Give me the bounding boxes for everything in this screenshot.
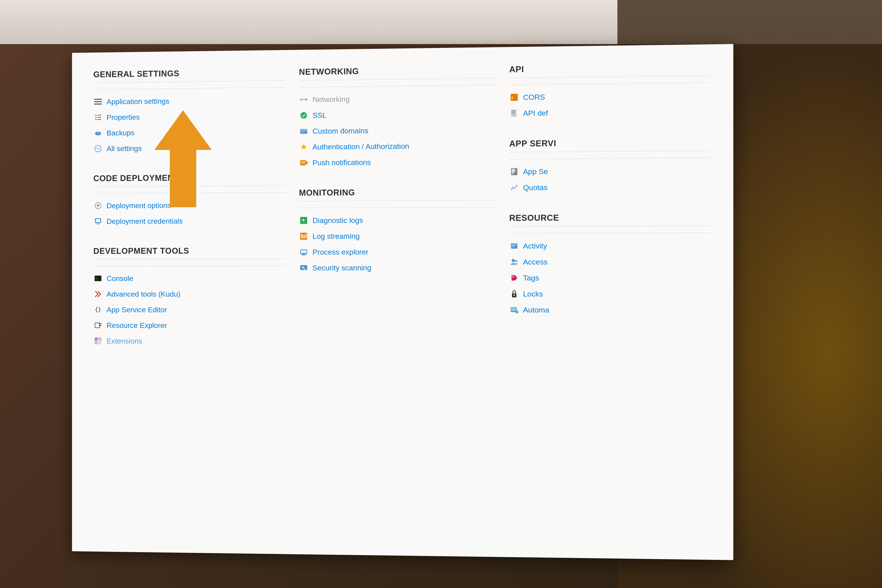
svg-rect-3 (94, 104, 102, 105)
section-monitoring: MONITORING + Diagnostic logs Log streami… (299, 187, 496, 276)
svg-rect-61 (512, 245, 516, 246)
locks-label: Locks (523, 290, 543, 298)
auth-icon (299, 142, 309, 152)
extensions-label: Extensions (106, 337, 142, 345)
item-tags[interactable]: Tags (509, 270, 711, 286)
item-cors[interactable]: C CORS (509, 87, 711, 105)
svg-point-63 (512, 259, 514, 262)
deployment-options-icon (93, 201, 103, 210)
locks-icon (509, 289, 519, 299)
item-diagnostic-logs[interactable]: + Diagnostic logs (299, 212, 496, 228)
item-console[interactable]: >_ Console (93, 270, 286, 286)
svg-rect-29 (301, 129, 307, 131)
svg-rect-42 (301, 250, 306, 253)
diagnostic-logs-label: Diagnostic logs (312, 216, 363, 225)
activity-icon (509, 241, 519, 250)
item-push[interactable]: Push notifications (299, 153, 496, 171)
properties-icon (93, 112, 103, 122)
item-kudu[interactable]: Advanced tools (Kudu) (93, 286, 286, 302)
item-log-streaming[interactable]: Log streaming (299, 228, 496, 244)
item-ssl[interactable]: SSL (299, 105, 496, 123)
backups-icon (93, 128, 103, 138)
tags-icon (509, 273, 519, 283)
svg-rect-1 (94, 99, 102, 100)
push-icon (299, 158, 309, 168)
section-app-service: APP SERVI App Se Quotas (509, 137, 711, 195)
svg-rect-32 (301, 161, 305, 164)
svg-text:C: C (512, 96, 513, 99)
item-auth[interactable]: Authentication / Authorization (299, 137, 496, 155)
svg-rect-57 (511, 190, 512, 191)
backups-label: Backups (106, 129, 135, 137)
svg-rect-52 (512, 112, 514, 112)
column-3: API C CORS API def APP SERVI (509, 62, 711, 542)
diagnostic-logs-icon: + (299, 216, 309, 225)
security-scanning-icon (299, 263, 309, 273)
svg-rect-70 (511, 308, 516, 311)
svg-rect-26 (98, 341, 102, 344)
arrow-overlay (154, 106, 212, 207)
svg-rect-60 (512, 244, 516, 244)
app-service-title: APP SERVI (509, 137, 711, 152)
svg-rect-21 (99, 323, 101, 324)
section-resource-management: RESOURCE Activity Access Tags (509, 212, 711, 318)
svg-rect-68 (514, 295, 514, 296)
api-title: API (509, 62, 711, 78)
networking-icon (299, 94, 309, 104)
automate-label: Automa (523, 306, 549, 314)
svg-rect-22 (99, 325, 101, 326)
extensions-icon (93, 336, 103, 345)
all-settings-label: All settings (106, 144, 142, 153)
svg-rect-39 (306, 234, 307, 238)
svg-point-64 (515, 260, 517, 262)
item-networking[interactable]: Networking (299, 90, 496, 108)
item-resource-explorer[interactable]: Resource Explorer (93, 318, 286, 333)
item-quotas[interactable]: Quotas (509, 178, 711, 195)
process-explorer-icon (299, 247, 309, 257)
cors-icon: C (509, 92, 519, 102)
svg-text:>_: >_ (96, 276, 99, 280)
console-icon: >_ (93, 274, 103, 283)
section-development-tools: DEVELOPMENT TOOLS >_ Console Advanced to… (93, 246, 286, 349)
development-tools-title: DEVELOPMENT TOOLS (93, 246, 286, 260)
item-app-service-editor[interactable]: App Service Editor (93, 302, 286, 318)
item-deployment-credentials[interactable]: Deployment credentials (93, 213, 286, 229)
item-custom-domains[interactable]: Custom domains (299, 122, 496, 139)
tags-label: Tags (523, 274, 539, 282)
item-locks[interactable]: Locks (509, 286, 711, 302)
properties-label: Properties (106, 112, 140, 122)
app-service-divider (509, 158, 711, 159)
item-security-scanning[interactable]: Security scanning (299, 260, 496, 276)
svg-rect-37 (301, 234, 303, 238)
monitoring-divider (299, 207, 496, 208)
quotas-icon (509, 183, 519, 193)
svg-rect-53 (512, 113, 515, 114)
app-settings-icon (93, 97, 103, 107)
process-explorer-label: Process explorer (312, 248, 368, 256)
item-app-se[interactable]: App Se (509, 162, 711, 180)
access-icon (509, 257, 519, 267)
app-se-icon (509, 166, 519, 177)
access-label: Access (523, 258, 548, 266)
item-activity[interactable]: Activity (509, 237, 711, 254)
svg-marker-0 (154, 110, 212, 207)
svg-rect-58 (513, 189, 513, 189)
item-automate[interactable]: Automa (509, 302, 711, 318)
networking-title: NETWORKING (299, 65, 496, 81)
svg-rect-14 (96, 219, 100, 222)
item-api-def[interactable]: API def (509, 103, 711, 121)
resource-explorer-label: Resource Explorer (106, 321, 167, 330)
all-settings-icon (93, 144, 103, 153)
item-extensions[interactable]: Extensions (93, 333, 286, 349)
item-process-explorer[interactable]: Process explorer (299, 244, 496, 260)
section-networking: NETWORKING Networking SSL Custom domains (299, 65, 496, 171)
automate-icon (509, 305, 519, 315)
networking-label: Networking (312, 95, 350, 104)
api-def-icon (509, 108, 519, 118)
item-access[interactable]: Access (509, 254, 711, 270)
api-divider (509, 82, 711, 85)
ssl-label: SSL (312, 111, 327, 120)
networking-divider (299, 85, 496, 87)
svg-rect-51 (512, 111, 516, 111)
resource-management-divider (509, 232, 711, 234)
